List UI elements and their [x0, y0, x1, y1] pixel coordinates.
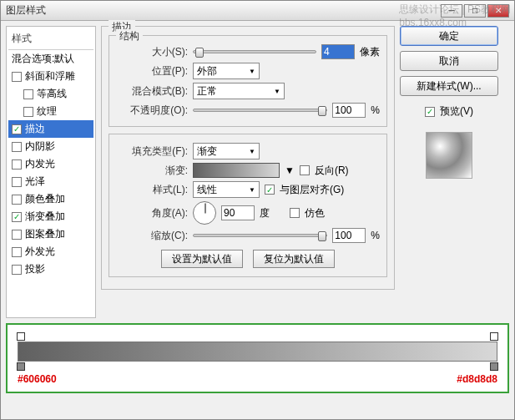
chevron-down-icon: ▼ [249, 148, 255, 155]
angle-input[interactable]: 90 [221, 205, 255, 220]
layer-style-dialog: 图层样式 思缘设计论坛 | PS教程网bbs.16xx8.com ─ □ ✕ 样… [0, 0, 515, 420]
gradient-label: 渐变: [116, 164, 188, 178]
chevron-down-icon: ▼ [249, 68, 255, 75]
checkbox[interactable] [12, 247, 22, 257]
angle-unit: 度 [260, 206, 270, 220]
size-unit: 像素 [360, 45, 380, 59]
angle-label: 角度(A): [116, 206, 188, 220]
gradient-swatch[interactable] [193, 163, 280, 178]
opacity-stop-right[interactable] [490, 332, 498, 341]
style-item-bevel[interactable]: 斜面和浮雕 [8, 68, 93, 85]
scale-input[interactable]: 100 [332, 228, 366, 243]
checkbox[interactable] [12, 177, 22, 187]
slider-thumb[interactable] [195, 48, 204, 58]
align-checkbox[interactable]: ✓ [265, 185, 275, 195]
pct-unit: % [371, 104, 380, 116]
chevron-down-icon: ▼ [249, 186, 255, 194]
style-item-contour[interactable]: 等高线 [8, 85, 93, 103]
checkbox[interactable] [12, 195, 22, 205]
gradient-dropdown-icon[interactable]: ▼ [285, 164, 295, 176]
preview-thumbnail [426, 132, 472, 179]
scale-slider[interactable] [193, 234, 327, 237]
angle-wheel[interactable] [193, 201, 216, 225]
filltype-select[interactable]: 渐变▼ [193, 143, 260, 159]
opacity-slider[interactable] [193, 109, 327, 112]
reverse-checkbox[interactable] [300, 165, 310, 175]
checkbox[interactable] [12, 72, 22, 82]
styles-list: 样式 混合选项:默认 斜面和浮雕 等高线 纹理 ✓描边 内阴影 内发光 光泽 颜… [6, 26, 96, 318]
window-title: 图层样式 [6, 3, 46, 18]
style-label: 样式(L): [116, 183, 188, 197]
checkbox[interactable] [12, 265, 22, 275]
checkbox[interactable] [12, 230, 22, 240]
opacity-input[interactable]: 100 [332, 103, 366, 118]
pct-unit: % [371, 230, 380, 241]
style-item-gradient-overlay[interactable]: ✓渐变叠加 [8, 208, 93, 225]
structure-group: 结构 大小(S): 4 像素 位置(P): 外部▼ 混合模式(B): 正常▼ [109, 35, 387, 127]
blend-options-row[interactable]: 混合选项:默认 [8, 50, 93, 68]
gradient-editor-annotation: #606060 #d8d8d8 [6, 323, 509, 393]
watermark: 思缘设计论坛 | PS教程网bbs.16xx8.com [399, 3, 511, 28]
titlebar: 图层样式 思缘设计论坛 | PS教程网bbs.16xx8.com ─ □ ✕ [1, 1, 514, 21]
checkbox[interactable] [23, 89, 33, 99]
scale-label: 缩放(C): [116, 229, 188, 243]
position-select[interactable]: 外部▼ [193, 63, 260, 79]
fill-group: 填充类型(F): 渐变▼ 渐变: ▼ 反向(R) 样式(L): 线性▼ ✓ [109, 134, 387, 277]
styles-header[interactable]: 样式 [8, 30, 93, 50]
cancel-button[interactable]: 取消 [400, 51, 498, 71]
checkbox[interactable] [23, 107, 33, 117]
slider-thumb[interactable] [318, 106, 326, 116]
color-stop-left[interactable] [17, 362, 25, 371]
filltype-label: 填充类型(F): [116, 144, 188, 159]
gradient-bar[interactable] [18, 342, 497, 362]
hex-left: #606060 [18, 373, 57, 385]
hex-right: #d8d8d8 [457, 373, 497, 385]
checkbox[interactable] [12, 142, 22, 152]
blendmode-label: 混合模式(B): [116, 84, 188, 99]
color-stop-right[interactable] [490, 362, 498, 371]
position-label: 位置(P): [116, 64, 188, 78]
reverse-label: 反向(R) [315, 164, 349, 178]
set-default-button[interactable]: 设置为默认值 [161, 250, 243, 268]
checkbox[interactable] [12, 159, 22, 170]
style-item-drop-shadow[interactable]: 投影 [8, 261, 93, 278]
blendmode-select[interactable]: 正常▼ [193, 83, 285, 99]
size-label: 大小(S): [116, 45, 188, 59]
style-item-stroke[interactable]: ✓描边 [8, 120, 93, 138]
size-input[interactable]: 4 [321, 44, 355, 59]
ok-button[interactable]: 确定 [400, 26, 498, 46]
dither-checkbox[interactable] [290, 208, 300, 218]
preview-checkbox[interactable]: ✓ [425, 107, 435, 117]
gradient-style-select[interactable]: 线性▼ [193, 181, 260, 198]
checkbox[interactable]: ✓ [12, 124, 22, 134]
style-item-outer-glow[interactable]: 外发光 [8, 243, 93, 261]
dither-label: 仿色 [305, 206, 325, 220]
opacity-stop-left[interactable] [17, 332, 25, 341]
style-item-satin[interactable]: 光泽 [8, 173, 93, 190]
slider-thumb[interactable] [318, 231, 326, 241]
chevron-down-icon: ▼ [274, 88, 280, 95]
stroke-panel: 描边 结构 大小(S): 4 像素 位置(P): 外部▼ 混合模式(B): [101, 26, 395, 290]
structure-legend: 结构 [116, 29, 143, 43]
size-slider[interactable] [193, 50, 316, 53]
preview-label: 预览(V) [440, 104, 473, 119]
reset-default-button[interactable]: 复位为默认值 [253, 250, 335, 268]
checkbox[interactable]: ✓ [12, 212, 22, 222]
new-style-button[interactable]: 新建样式(W)... [400, 76, 498, 96]
style-item-pattern-overlay[interactable]: 图案叠加 [8, 225, 93, 243]
style-item-inner-shadow[interactable]: 内阴影 [8, 138, 93, 155]
align-label: 与图层对齐(G) [280, 183, 344, 197]
opacity-label: 不透明度(O): [116, 104, 188, 118]
style-item-color-overlay[interactable]: 颜色叠加 [8, 190, 93, 208]
style-item-inner-glow[interactable]: 内发光 [8, 155, 93, 173]
blend-options-label: 混合选项:默认 [12, 52, 74, 66]
style-item-texture[interactable]: 纹理 [8, 103, 93, 120]
